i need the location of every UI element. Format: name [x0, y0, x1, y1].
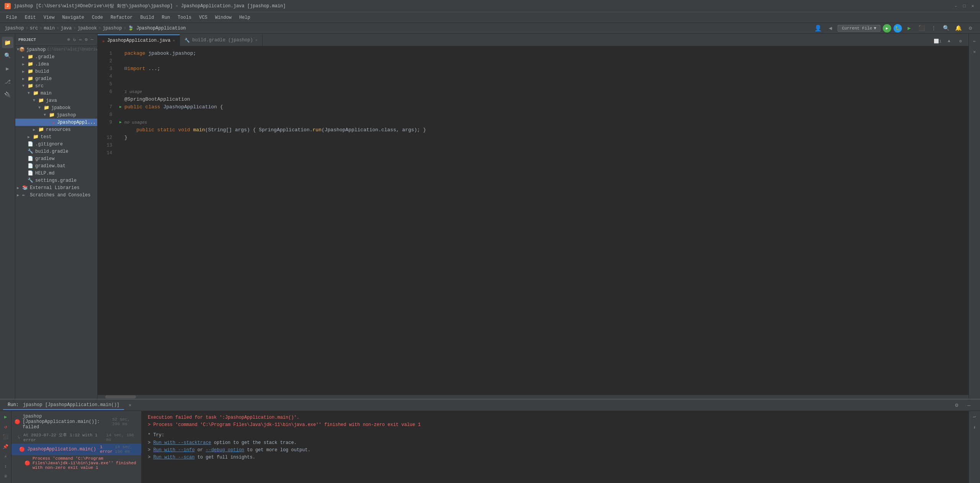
menu-edit[interactable]: Edit: [22, 14, 39, 21]
menu-run[interactable]: Run: [158, 14, 173, 21]
run-entry-error[interactable]: 🔴 JpashopApplication.main() 1 error 14 s…: [11, 444, 141, 455]
tab-build-gradle[interactable]: 🔧 build.gradle (jpashop) ✕: [180, 34, 262, 46]
run-entry-detail[interactable]: ↳ At 2023-07-22 오후 1:12 with 1 error 14 …: [11, 431, 141, 444]
menu-navigate[interactable]: Navigate: [59, 14, 87, 21]
tree-item-idea[interactable]: ▶ 📁 .idea: [15, 60, 97, 68]
menu-vcs[interactable]: VCS: [196, 14, 211, 21]
breadcrumb-src[interactable]: src: [30, 26, 38, 31]
back-button[interactable]: ◀: [825, 23, 835, 33]
menu-window[interactable]: Window: [212, 14, 235, 21]
tree-item-build[interactable]: ▶ 📁 build: [15, 68, 97, 75]
coverage-button[interactable]: ▶: [904, 23, 914, 33]
sidebar-collapse-icon[interactable]: ⇔: [78, 36, 82, 43]
output-softrap-icon[interactable]: ↩: [970, 413, 979, 421]
run-line-icon[interactable]: ▶: [119, 103, 122, 111]
activity-git-icon[interactable]: ⎇: [2, 76, 13, 87]
code-editor[interactable]: 1 package jpabook.jpashop; 2 3 ⊟import .…: [98, 47, 969, 395]
menu-build[interactable]: Build: [137, 14, 157, 21]
tree-item-jpabook[interactable]: ▼ 📁 jpabook: [15, 104, 97, 111]
breadcrumb-class[interactable]: 🍃 JpashopApplication: [128, 25, 186, 31]
stop-button[interactable]: ⬛: [916, 23, 926, 33]
run-scan-link[interactable]: Run with --scan: [153, 455, 194, 460]
rt-close-icon[interactable]: ✕: [970, 47, 979, 56]
tree-item-help[interactable]: 📄 HELP.md: [15, 170, 97, 177]
tree-item-settings-gradle[interactable]: 🔧 settings.gradle: [15, 177, 97, 184]
run-line-icon[interactable]: ▶: [119, 119, 122, 126]
tree-item-jpashop-app[interactable]: ☕ JpashopAppl...: [15, 119, 97, 126]
breadcrumb-main[interactable]: main: [44, 26, 55, 31]
activity-run-icon[interactable]: ▶: [2, 63, 13, 74]
run-rerun-icon[interactable]: ↺: [2, 423, 10, 431]
run-stop-icon[interactable]: ⬛: [2, 432, 10, 441]
breadcrumb-java[interactable]: java: [60, 26, 72, 31]
tree-item-java[interactable]: ▼ 📁 java: [15, 97, 97, 104]
run-scroll-icon[interactable]: ↕: [2, 462, 10, 471]
tree-item-gradlew[interactable]: 📄 gradlew: [15, 155, 97, 162]
bottom-minimize-icon[interactable]: —: [964, 400, 974, 410]
menu-refactor[interactable]: Refactor: [108, 14, 136, 21]
tab-close-icon[interactable]: ✕: [255, 38, 258, 42]
sidebar-new-icon[interactable]: ⊕: [67, 36, 71, 43]
run-filter-icon[interactable]: ⚡: [2, 452, 10, 461]
notification-button[interactable]: 🔔: [953, 23, 963, 33]
settings-button[interactable]: ⚙: [965, 23, 975, 33]
breadcrumb-jpashop2[interactable]: jpashop: [103, 26, 122, 31]
rt-edit-icon[interactable]: ✏: [970, 37, 979, 45]
run-pin-icon[interactable]: 📌: [2, 442, 10, 451]
file-icon: 📄: [28, 170, 34, 176]
run-button[interactable]: ▶: [883, 24, 891, 33]
editor-maximize-button[interactable]: ▲: [944, 36, 954, 46]
tree-item-gradle2[interactable]: ▶ 📁 gradle: [15, 75, 97, 82]
debug-option-link[interactable]: --debug option: [206, 447, 244, 453]
profile-button[interactable]: 👤: [813, 23, 823, 33]
menu-code[interactable]: Code: [89, 14, 106, 21]
tree-item-gradle[interactable]: ▶ 📁 .gradle: [15, 53, 97, 60]
tree-item-main[interactable]: ▼ 📁 main: [15, 90, 97, 97]
activity-plugins-icon[interactable]: 🔌: [2, 89, 13, 100]
run-start-icon[interactable]: ▶: [2, 413, 10, 421]
minimize-button[interactable]: –: [953, 3, 959, 9]
run-info-link[interactable]: Run with --info: [153, 447, 194, 453]
activity-project-icon[interactable]: 📁: [2, 37, 13, 48]
menu-tools[interactable]: Tools: [175, 14, 194, 21]
run-stacktrace-link[interactable]: Run with --stacktrace: [153, 440, 211, 445]
more-actions-button[interactable]: ⋮: [929, 23, 939, 33]
editor-settings-button[interactable]: ⚙: [956, 36, 965, 46]
tree-item-gradlew-bat[interactable]: 📄 gradlew.bat: [15, 162, 97, 170]
tree-item-jpashop-pkg[interactable]: ▼ 📁 jpashop: [15, 111, 97, 119]
run-entry-process[interactable]: 🔴 Process 'command 'C:\Program Files\Jav…: [11, 455, 141, 471]
maximize-button[interactable]: □: [962, 3, 967, 9]
tree-item-jpashop-root[interactable]: ▼ 📦 jpashop C:\Users\wlstj\OneDrive\...: [15, 46, 97, 53]
run-settings-icon[interactable]: ≡: [2, 472, 10, 481]
sidebar-more-icon[interactable]: ⋯: [90, 36, 94, 43]
breadcrumb-jpabook[interactable]: jpabook: [77, 26, 96, 31]
menu-file[interactable]: File: [3, 14, 20, 21]
tab-run[interactable]: Run: jpashop [JpashopApplication.main()]: [3, 401, 124, 410]
tree-item-ext-libs[interactable]: ▶ 📚 External Libraries: [15, 184, 97, 191]
run-entry-main[interactable]: 🔴 jpashop [JpashopApplication.main()]: f…: [11, 413, 141, 431]
search-button[interactable]: 🔍: [941, 23, 951, 33]
tree-item-test[interactable]: ▶ 📁 test: [15, 133, 97, 140]
editor-scrollbar-h[interactable]: [98, 395, 969, 399]
output-scroll-end-icon[interactable]: ⬇: [970, 423, 979, 432]
tree-item-build-gradle[interactable]: 🔧 build.gradle: [15, 148, 97, 155]
menu-view[interactable]: View: [41, 14, 58, 21]
editor-split-button[interactable]: ⬜1: [933, 36, 942, 46]
editor-scroll-thumb[interactable]: [105, 395, 136, 398]
debug-button[interactable]: 🐛: [893, 24, 902, 33]
sidebar-settings-icon[interactable]: ⚙: [84, 36, 88, 43]
close-run-icon[interactable]: ✕: [129, 402, 131, 408]
breadcrumb-jpashop[interactable]: jpashop: [5, 26, 24, 31]
tree-item-resources[interactable]: ▶ 📁 resources: [15, 126, 97, 133]
tree-item-scratches[interactable]: ▶ ✏️ Scratches and Consoles: [15, 191, 97, 199]
activity-search-icon[interactable]: 🔍: [2, 50, 13, 61]
menu-help[interactable]: Help: [236, 14, 253, 21]
close-button[interactable]: ✕: [970, 3, 975, 9]
sidebar-sync-icon[interactable]: ↻: [72, 36, 77, 43]
run-config-dropdown[interactable]: Current File ▼: [838, 25, 880, 32]
tree-item-src[interactable]: ▼ 📁 src: [15, 82, 97, 90]
tab-close-icon[interactable]: ✕: [173, 38, 175, 43]
bottom-settings-icon[interactable]: ⚙: [952, 400, 962, 410]
tree-item-gitignore[interactable]: 📄 .gitignore: [15, 140, 97, 148]
tab-jpashop-application[interactable]: ☕ JpashopApplication.java ✕: [98, 34, 180, 46]
